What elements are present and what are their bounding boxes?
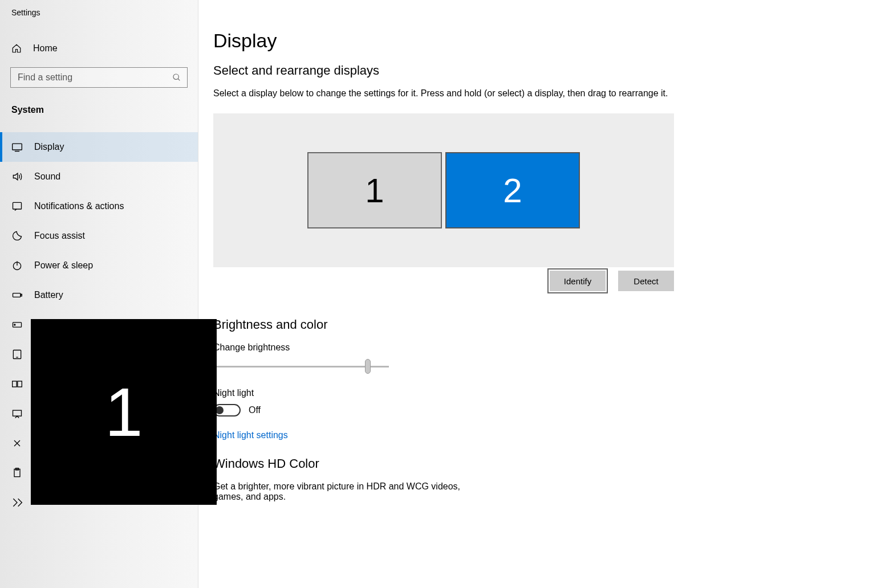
sidebar-item-label: Display <box>34 142 64 152</box>
night-light-settings-link[interactable]: Night light settings <box>213 430 288 440</box>
storage-icon <box>11 319 23 330</box>
search-input-container[interactable] <box>10 67 188 88</box>
sidebar-item-label: Notifications & actions <box>34 201 124 211</box>
svg-line-1 <box>178 79 180 80</box>
sound-icon <box>11 171 23 182</box>
monitor-number: 2 <box>503 171 522 210</box>
search-icon <box>172 73 181 82</box>
sidebar-item-focus-assist[interactable]: Focus assist <box>0 221 198 251</box>
projecting-icon <box>11 408 23 419</box>
hdr-title: Windows HD Color <box>213 456 877 471</box>
window-title: Settings <box>0 0 198 17</box>
sidebar-item-label: Focus assist <box>34 231 85 241</box>
brightness-slider-thumb[interactable] <box>365 359 371 374</box>
identify-overlay-number: 1 <box>105 373 143 451</box>
sidebar-section-label: System <box>0 105 198 115</box>
sidebar-item-power-sleep[interactable]: Power & sleep <box>0 251 198 280</box>
svg-rect-7 <box>13 293 21 297</box>
identify-overlay: 1 <box>31 319 217 505</box>
arrange-description: Select a display below to change the set… <box>213 88 681 99</box>
home-icon <box>11 43 22 54</box>
night-light-toggle[interactable] <box>213 404 241 416</box>
change-brightness-label: Change brightness <box>213 342 877 353</box>
focus-assist-icon <box>11 230 23 242</box>
sidebar-item-label: Battery <box>34 290 63 300</box>
svg-rect-14 <box>18 381 22 387</box>
page-title: Display <box>213 30 877 52</box>
svg-rect-4 <box>13 202 22 209</box>
monitor-1[interactable]: 1 <box>307 152 442 228</box>
svg-rect-2 <box>13 144 22 150</box>
night-light-label: Night light <box>213 388 877 398</box>
sidebar-item-display[interactable]: Display <box>0 132 198 162</box>
clipboard-icon <box>11 467 23 479</box>
tablet-icon <box>11 349 23 360</box>
detect-button[interactable]: Detect <box>618 271 674 291</box>
notifications-icon <box>11 201 23 212</box>
identify-button[interactable]: Identify <box>550 271 606 291</box>
night-light-state: Off <box>249 405 261 415</box>
svg-rect-15 <box>13 410 22 416</box>
brightness-title: Brightness and color <box>213 317 877 332</box>
sidebar-item-battery[interactable]: Battery <box>0 280 198 310</box>
home-label: Home <box>33 43 58 54</box>
toggle-knob <box>216 406 224 414</box>
shared-icon <box>11 438 23 449</box>
sidebar-item-sound[interactable]: Sound <box>0 162 198 191</box>
svg-rect-8 <box>21 294 22 296</box>
multitasking-icon <box>11 378 23 390</box>
search-input[interactable] <box>17 72 172 83</box>
remote-icon <box>11 497 23 508</box>
monitor-2[interactable]: 2 <box>445 152 580 228</box>
monitor-number: 1 <box>365 171 384 210</box>
display-icon <box>11 141 23 153</box>
svg-rect-13 <box>13 381 17 387</box>
hdr-description: Get a brighter, more vibrant picture in … <box>213 481 464 502</box>
svg-point-10 <box>14 324 15 325</box>
arrange-title: Select and rearrange displays <box>213 63 877 78</box>
display-arranger: 1 2 <box>213 113 674 267</box>
home-button[interactable]: Home <box>0 38 198 59</box>
power-icon <box>11 260 23 271</box>
main-content: Display Select and rearrange displays Se… <box>198 0 877 588</box>
brightness-slider[interactable] <box>213 358 389 374</box>
battery-icon <box>11 289 23 301</box>
sidebar-item-notifications[interactable]: Notifications & actions <box>0 191 198 221</box>
sidebar-item-label: Sound <box>34 172 60 182</box>
sidebar-item-label: Power & sleep <box>34 260 93 271</box>
svg-point-0 <box>173 74 178 79</box>
